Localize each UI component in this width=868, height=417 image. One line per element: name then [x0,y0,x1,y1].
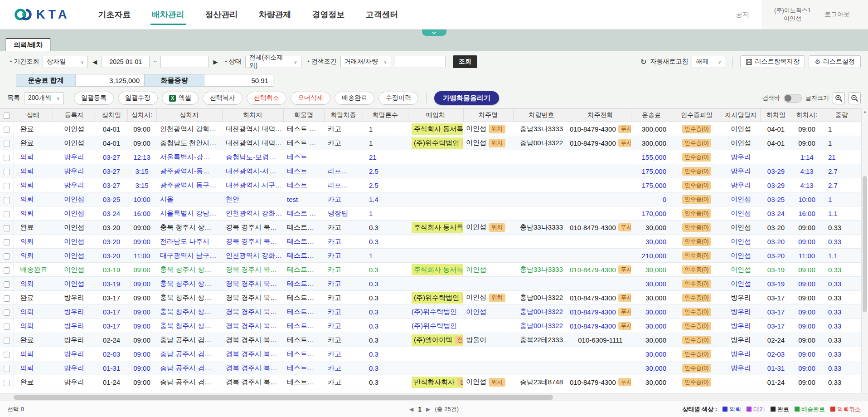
date-prev-button[interactable]: ◀ [92,59,98,65]
nav-item-배차관리[interactable]: 배차관리 [152,0,184,29]
column-header-차주명[interactable]: 차주명 [463,108,513,122]
push-badge[interactable]: 푸시 [618,294,631,302]
kta-logo[interactable]: KTA [0,0,79,29]
nav-item-정산관리[interactable]: 정산관리 [205,0,238,29]
table-row[interactable]: 의뢰방우리03-1709:00충북 청주시 상…경북 경주시 북…테스트…카고0… [0,305,861,319]
nav-item-경영정보[interactable]: 경영정보 [312,0,345,29]
table-row[interactable]: 의뢰이인섭03-2011:00대구광역시 남구…인천광역시 강화…테스트…카고1… [0,249,861,263]
font-zoom-out-button[interactable] [849,92,861,104]
table-row[interactable]: 의뢰이인섭03-1909:00충북 청주시 상…경북 경주시 북…테스트…카고0… [0,277,861,291]
receipt-badge[interactable]: 인수증(0) [682,336,712,344]
vertical-scroll-thumb[interactable] [863,176,867,312]
column-header-자사담당자[interactable]: 자사담당자 [722,108,760,122]
toolbar-button-엑셀[interactable]: X엑셀 [162,92,199,105]
list-settings-button[interactable]: ⚙ 리스트설정 [809,55,861,68]
next-page-button[interactable]: ▶ [426,406,430,412]
location-badge[interactable]: 위치 [489,139,505,147]
location-badge[interactable]: 위치 [489,378,505,386]
table-row[interactable]: 의뢰방우리03-273:15광주광역시 동구…대전광역시 서구…테스트리프…2.… [0,178,861,192]
row-checkbox[interactable] [4,169,10,175]
receipt-badge[interactable]: 인수증(0) [682,125,712,133]
receipt-badge[interactable]: 인수증(0) [682,139,712,147]
receipt-badge[interactable]: 인수증(0) [682,308,712,316]
column-header-운송료[interactable]: 운송료 [631,108,672,122]
collapse-panel-button[interactable] [422,29,446,36]
column-header-하차일[interactable]: 하차일 [760,108,792,122]
row-checkbox[interactable] [4,380,10,386]
receipt-badge[interactable]: 인수증(0) [682,350,712,358]
search-input[interactable] [395,56,446,68]
row-checkbox[interactable] [4,197,10,203]
period-select[interactable]: 상차일∨ [43,56,88,68]
column-header-차량번호[interactable]: 차량번호 [513,108,570,122]
toolbar-button-일괄등록[interactable]: 일괄등록 [74,92,114,105]
receipt-badge[interactable]: 인수증(0) [682,167,712,175]
receipt-badge[interactable]: 인수증(0) [682,181,712,189]
info-badge[interactable]: 정보 [457,378,463,386]
buyer-highlight[interactable]: 주식회사 동서특수 [412,123,463,135]
date-from-input[interactable] [102,56,150,68]
search-button[interactable]: 조회 [453,55,477,68]
nav-item-차량관제[interactable]: 차량관제 [259,0,291,29]
buyer-highlight[interactable]: 반석합자회사정보 [412,377,463,388]
receipt-badge[interactable]: 인수증(0) [682,237,712,245]
location-badge[interactable]: 위치 [489,223,505,231]
row-checkbox[interactable] [4,267,10,274]
search-type-select[interactable]: 거래처/차량∨ [340,56,391,68]
receipt-badge[interactable]: 인수증(0) [682,280,712,288]
column-header-인수증파일[interactable]: 인수증파일 [672,108,722,122]
buyer-highlight[interactable]: 주식회사 동서특수 [412,222,463,233]
column-header-중량[interactable]: 중량 [822,108,861,122]
info-badge[interactable]: 정보 [455,336,463,344]
date-to-input[interactable] [160,56,209,68]
horizontal-scroll-thumb[interactable] [14,395,553,400]
push-badge[interactable]: 푸시 [618,265,631,274]
table-row[interactable]: 완료이인섭04-0109:00충청남도 천안시…대전광역시 대덕…테스트 …카고… [0,136,861,150]
toolbar-button-수정이력[interactable]: 수정이력 [378,92,418,105]
buyer-highlight[interactable]: (주)위수탁법인정보 [412,137,463,149]
table-row[interactable]: 완료이인섭04-0109:00인천광역시 강화…대전광역시 대덕…테스트 …카고… [0,122,861,136]
prev-page-button[interactable]: ◀ [409,406,413,412]
row-checkbox[interactable] [4,155,10,161]
nav-item-기초자료[interactable]: 기초자료 [98,0,131,29]
toolbar-button-선택취소[interactable]: 선택취소 [247,92,286,105]
table-row[interactable]: 의뢰이인섭03-2510:00서울천안test카고1.40인수증(0)이인섭03… [0,192,861,206]
location-badge[interactable]: 위치 [489,125,505,133]
row-checkbox[interactable] [4,324,10,330]
row-checkbox[interactable] [4,239,10,245]
toolbar-button-배송완료[interactable]: 배송완료 [335,92,374,105]
buyer-highlight[interactable]: (주)위수탁법인정보 [412,292,463,304]
row-checkbox[interactable] [4,141,10,147]
table-row[interactable]: 의뢰이인섭03-2416:00서울특별시 강남…인천광역시 강화…테스트 …냉장… [0,206,861,221]
receipt-badge[interactable]: 인수증(0) [682,322,712,330]
push-badge[interactable]: 푸시 [618,322,631,330]
buyer-highlight[interactable]: 주식회사 동서특수 [412,264,463,275]
date-next-button[interactable]: ▶ [212,59,218,65]
status-select[interactable]: 전체(취소제외)∨ [245,56,301,68]
receipt-badge[interactable]: 인수증(0) [682,265,712,274]
table-row[interactable]: 완료방우리01-2409:00충남 공주시 검…경북 경주시 북…테스트…카고0… [0,375,861,389]
vertical-scrollbar[interactable]: ▲ [861,108,868,393]
save-list-columns-button[interactable]: 리스트항목저장 [740,55,805,68]
list-size-select[interactable]: 200개씩∨ [24,92,64,104]
column-header-차주전화[interactable]: 차주전화 [570,108,631,122]
row-checkbox[interactable] [4,281,10,288]
row-checkbox[interactable] [4,225,10,231]
push-badge[interactable]: 푸시 [618,308,631,316]
upload-affiliate-cargo-button[interactable]: 가맹화물올리기 [434,91,499,105]
receipt-badge[interactable]: 인수증(0) [682,209,712,217]
receipt-badge[interactable]: 인수증(0) [682,223,712,231]
push-badge[interactable]: 푸시 [618,378,631,386]
table-row[interactable]: 의뢰방우리03-1709:00충북 청주시 상…경북 경주시 북…테스트…카고0… [0,319,861,333]
buyer-highlight[interactable]: (주)엘아이텍정보 [412,334,463,346]
tab-request-dispatch[interactable]: 의뢰/배차 [5,38,51,51]
table-row[interactable]: 의뢰방우리03-2712:13서울특별시-강…충청남도-보령…테스트21155,… [0,150,861,164]
row-checkbox[interactable] [4,309,10,316]
autorefresh-select[interactable]: 해제∨ [692,56,725,68]
column-header-상차지[interactable]: 상차지 [156,108,222,122]
column-header-매입처[interactable]: 매입처 [408,108,463,122]
table-row[interactable]: 완료이인섭03-2009:00충북 청주시 상…경북 경주시 북…테스트…카고0… [0,221,861,235]
receipt-badge[interactable]: 인수증(0) [682,251,712,260]
logout-link[interactable]: 로그아웃 [824,10,850,19]
column-header-등록자[interactable]: 등록자 [53,108,96,122]
